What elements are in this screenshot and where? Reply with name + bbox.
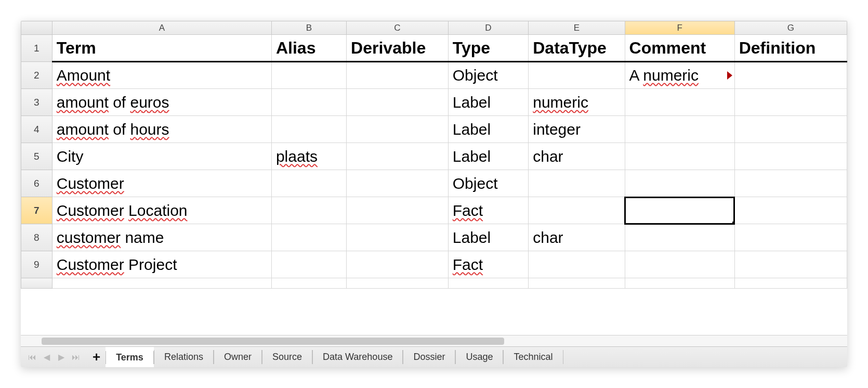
row-header-3[interactable]: 3	[21, 89, 52, 116]
cell-E1[interactable]: DataType	[529, 35, 625, 62]
col-header-G[interactable]: G	[734, 21, 847, 35]
cell-F2[interactable]: A numeric	[625, 62, 734, 89]
cell-C1[interactable]: Derivable	[347, 35, 449, 62]
cell-F3[interactable]	[625, 89, 734, 116]
cell-D9[interactable]: Fact	[448, 251, 528, 278]
cell-A5[interactable]: City	[52, 143, 271, 170]
cell-G5[interactable]	[734, 143, 847, 170]
row-header-1[interactable]: 1	[21, 35, 52, 62]
cell-G2[interactable]	[734, 62, 847, 89]
cell-F4[interactable]	[625, 116, 734, 143]
cell-F7[interactable]	[625, 197, 734, 224]
tab-dossier[interactable]: Dossier	[403, 347, 455, 367]
cell-B9[interactable]	[271, 251, 346, 278]
tab-next-icon[interactable]: ▶	[55, 351, 68, 364]
cell-D5[interactable]: Label	[448, 143, 528, 170]
cell-E9[interactable]	[529, 251, 625, 278]
cell-C6[interactable]	[347, 170, 449, 197]
cell-F10[interactable]	[625, 278, 734, 289]
tab-source[interactable]: Source	[262, 347, 312, 367]
cell-D10[interactable]	[448, 278, 528, 289]
cell-A7[interactable]: Customer Location	[52, 197, 271, 224]
cell-C5[interactable]	[347, 143, 449, 170]
col-header-C[interactable]: C	[347, 21, 449, 35]
tab-first-icon[interactable]: ⏮	[26, 351, 38, 364]
col-header-F[interactable]: F	[625, 21, 734, 35]
row-header-9[interactable]: 9	[21, 251, 52, 278]
cell-G1[interactable]: Definition	[734, 35, 847, 62]
cell-A6[interactable]: Customer	[52, 170, 271, 197]
cell-G7[interactable]	[734, 197, 847, 224]
cell-G4[interactable]	[734, 116, 847, 143]
tab-data-warehouse[interactable]: Data Warehouse	[312, 347, 403, 367]
cell-A4[interactable]: amount of hours	[52, 116, 271, 143]
cell-B8[interactable]	[271, 224, 346, 251]
cell-G6[interactable]	[734, 170, 847, 197]
cell-C7[interactable]	[347, 197, 449, 224]
row-header-4[interactable]: 4	[21, 116, 52, 143]
cell-E5[interactable]: char	[529, 143, 625, 170]
cell-B4[interactable]	[271, 116, 346, 143]
cell-B6[interactable]	[271, 170, 346, 197]
cell-B1[interactable]: Alias	[271, 35, 346, 62]
cell-C8[interactable]	[347, 224, 449, 251]
cell-C2[interactable]	[347, 62, 449, 89]
cell-C10[interactable]	[347, 278, 449, 289]
cell-B2[interactable]	[271, 62, 346, 89]
tab-prev-icon[interactable]: ◀	[41, 351, 53, 364]
tab-relations[interactable]: Relations	[154, 347, 214, 367]
cell-E2[interactable]	[529, 62, 625, 89]
row-header-8[interactable]: 8	[21, 224, 52, 251]
column-header-row[interactable]: A B C D E F G	[21, 21, 847, 35]
cell-D8[interactable]: Label	[448, 224, 528, 251]
spreadsheet-grid[interactable]: A B C D E F G 1 Term Alias Derivable Typ…	[21, 21, 847, 289]
cell-A3[interactable]: amount of euros	[52, 89, 271, 116]
cell-D6[interactable]: Object	[448, 170, 528, 197]
fill-handle[interactable]	[732, 222, 735, 224]
cell-B3[interactable]	[271, 89, 346, 116]
col-header-E[interactable]: E	[529, 21, 625, 35]
cell-F5[interactable]	[625, 143, 734, 170]
cell-D3[interactable]: Label	[448, 89, 528, 116]
cell-A1[interactable]: Term	[52, 35, 271, 62]
cell-D2[interactable]: Object	[448, 62, 528, 89]
row-header-7[interactable]: 7	[21, 197, 52, 224]
cell-A9[interactable]: Customer Project	[52, 251, 271, 278]
cell-D1[interactable]: Type	[448, 35, 528, 62]
cell-F9[interactable]	[625, 251, 734, 278]
cell-B5[interactable]: plaats	[271, 143, 346, 170]
tab-terms[interactable]: Terms	[106, 347, 154, 367]
cell-F8[interactable]	[625, 224, 734, 251]
tab-owner[interactable]: Owner	[214, 347, 262, 367]
cell-F1[interactable]: Comment	[625, 35, 734, 62]
cell-E8[interactable]: char	[529, 224, 625, 251]
cell-G8[interactable]	[734, 224, 847, 251]
tab-last-icon[interactable]: ⏭	[70, 351, 82, 364]
cell-D7[interactable]: Fact	[448, 197, 528, 224]
cell-B7[interactable]	[271, 197, 346, 224]
cell-D4[interactable]: Label	[448, 116, 528, 143]
cell-E10[interactable]	[529, 278, 625, 289]
cell-C9[interactable]	[347, 251, 449, 278]
row-header-10[interactable]	[21, 278, 52, 289]
cell-A2[interactable]: Amount	[52, 62, 271, 89]
cell-E6[interactable]	[529, 170, 625, 197]
col-header-B[interactable]: B	[271, 21, 346, 35]
cell-A10[interactable]	[52, 278, 271, 289]
cell-E4[interactable]: integer	[529, 116, 625, 143]
cell-B10[interactable]	[271, 278, 346, 289]
cell-G10[interactable]	[734, 278, 847, 289]
cell-A8[interactable]: customer name	[52, 224, 271, 251]
add-sheet-button[interactable]: +	[87, 347, 106, 367]
grid-area[interactable]: A B C D E F G 1 Term Alias Derivable Typ…	[21, 21, 847, 346]
row-header-2[interactable]: 2	[21, 62, 52, 89]
cell-G9[interactable]	[734, 251, 847, 278]
cell-C3[interactable]	[347, 89, 449, 116]
select-all-corner[interactable]	[21, 21, 52, 35]
scrollbar-thumb[interactable]	[42, 338, 504, 345]
col-header-A[interactable]: A	[52, 21, 271, 35]
cell-E7[interactable]	[529, 197, 625, 224]
col-header-D[interactable]: D	[448, 21, 528, 35]
row-header-5[interactable]: 5	[21, 143, 52, 170]
cell-F6[interactable]	[625, 170, 734, 197]
